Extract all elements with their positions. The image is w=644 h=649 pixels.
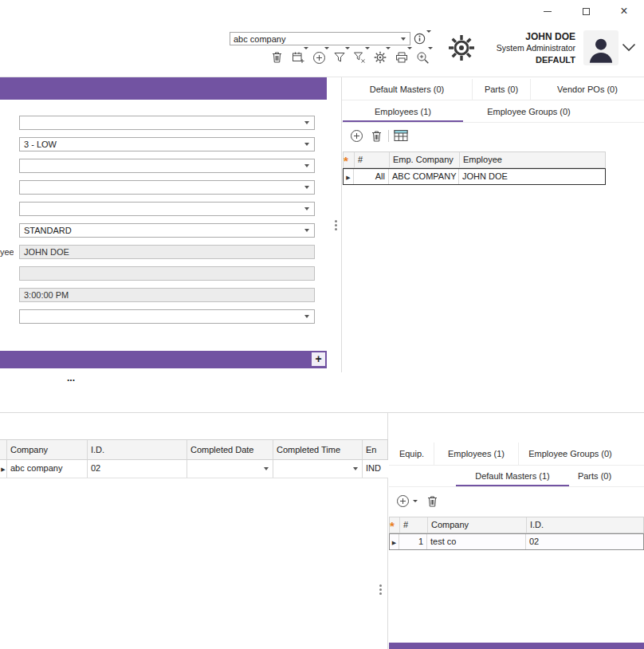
time-field-value: 3:00:00 PM	[24, 290, 69, 300]
info-icon[interactable]	[414, 33, 426, 45]
settings-small-icon[interactable]	[374, 51, 387, 64]
rt-trash-icon[interactable]	[371, 130, 383, 143]
dropdown-arrow-icon[interactable]	[304, 229, 309, 232]
rt-tabs2-divider	[342, 122, 644, 123]
rt-tab-parts[interactable]: Parts (0)	[472, 79, 530, 100]
cut-field-label: yee	[0, 247, 14, 257]
combo-field-4[interactable]	[19, 202, 315, 216]
br-tabs2-divider	[389, 486, 644, 487]
text-field-7	[19, 266, 315, 281]
maximize-button[interactable]	[567, 0, 604, 22]
row-selector-icon	[0, 460, 7, 478]
time-field[interactable]: 3:00:00 PM	[19, 288, 315, 302]
rt-cell-employee: JOHN DOE	[459, 169, 605, 184]
br-tab-parts[interactable]: Parts (0)	[571, 466, 618, 486]
rt-tabs1-divider	[342, 100, 644, 100]
type-combo[interactable]: STANDARD	[19, 223, 315, 238]
rt-tab-employee-groups[interactable]: Employee Groups (0)	[464, 101, 594, 122]
type-combo-value: STANDARD	[24, 226, 72, 235]
user-profile: DEFAULT	[480, 55, 575, 65]
bl-col-completed-date[interactable]: Completed Date	[187, 440, 273, 459]
minimize-button[interactable]	[529, 0, 566, 22]
priority-combo[interactable]: 3 - LOW	[19, 137, 315, 151]
settings-gear-icon[interactable]	[447, 33, 476, 62]
dropdown-arrow-icon[interactable]	[304, 315, 309, 318]
bl-col-completed-time[interactable]: Completed Time	[273, 440, 363, 459]
search-zoom-icon[interactable]	[416, 51, 430, 65]
rt-table-header: # Emp. Company Employee	[343, 151, 606, 168]
maximize-icon	[583, 8, 590, 15]
br-col-id[interactable]: I.D.	[527, 517, 643, 533]
splitter-handle-bottom[interactable]	[379, 583, 382, 596]
search-zoom-caret-icon	[428, 47, 433, 49]
person-icon	[585, 33, 617, 65]
combo-field-2[interactable]	[19, 159, 315, 173]
filter-clear-caret-icon	[365, 47, 370, 49]
br-tab-equip[interactable]: Equip.	[390, 442, 434, 465]
add-circle-icon[interactable]	[312, 51, 326, 65]
combo-field-9[interactable]	[19, 309, 315, 324]
dropdown-arrow-icon[interactable]	[304, 207, 309, 210]
rt-col-num[interactable]: #	[355, 152, 390, 167]
bl-cell-completed-time[interactable]	[273, 460, 363, 478]
combo-field-0[interactable]	[19, 116, 315, 130]
splitter-handle[interactable]	[335, 218, 337, 232]
br-table-row[interactable]: 1 test co 02	[389, 533, 644, 550]
printer-icon[interactable]	[395, 51, 408, 64]
dropdown-arrow-icon[interactable]	[353, 467, 358, 470]
dropdown-arrow-icon[interactable]	[304, 121, 309, 124]
rt-tab-employees[interactable]: Employees (1)	[342, 101, 464, 122]
br-add-caret-icon[interactable]	[413, 500, 418, 502]
bl-col-company[interactable]: Company	[7, 440, 88, 459]
chevron-down-icon[interactable]	[622, 43, 636, 52]
priority-combo-value: 3 - LOW	[24, 140, 57, 149]
br-add-circle-icon[interactable]	[396, 494, 410, 508]
user-avatar[interactable]	[583, 30, 618, 65]
rt-tab-vendor-pos[interactable]: Vendor POs (0)	[530, 79, 644, 100]
rt-table-row[interactable]: All ABC COMPANY JOHN DOE	[343, 168, 606, 185]
user-role: System Administrator	[480, 43, 575, 53]
calendar-add-icon[interactable]	[292, 51, 304, 64]
combo-field-3[interactable]	[19, 180, 315, 195]
br-tabs1-divider	[389, 465, 644, 466]
dropdown-arrow-icon[interactable]	[264, 467, 269, 470]
bl-cell-id: 02	[88, 460, 187, 478]
bl-col-id[interactable]: I.D.	[88, 440, 187, 459]
rt-col-employee[interactable]: Employee	[460, 152, 605, 167]
br-col-num[interactable]: #	[400, 517, 428, 533]
form-header-bar	[0, 77, 327, 100]
dropdown-arrow-icon[interactable]	[304, 186, 309, 189]
br-tab-default-masters[interactable]: Default Masters (1)	[454, 466, 571, 486]
br-trash-icon[interactable]	[426, 495, 438, 508]
search-input[interactable]	[230, 33, 396, 45]
br-cell-num: 1	[399, 534, 427, 549]
bl-cell-completed-date[interactable]	[187, 460, 273, 478]
employee-field: JOHN DOE	[19, 245, 315, 259]
br-col-company[interactable]: Company	[428, 517, 527, 533]
bl-col-selector	[0, 440, 7, 459]
search-dropdown-arrow-icon[interactable]	[401, 37, 406, 41]
app-window: { "accent_color": "#7253a2", "star_color…	[0, 0, 644, 649]
filter-icon[interactable]	[333, 51, 346, 64]
minimize-icon	[544, 11, 552, 12]
bl-table-row[interactable]: abc company 02 IND	[0, 460, 388, 478]
close-button[interactable]	[606, 0, 642, 22]
dropdown-arrow-icon[interactable]	[304, 143, 309, 146]
trash-icon[interactable]	[271, 51, 283, 64]
rt-grid-view-icon[interactable]	[394, 129, 408, 142]
rt-add-circle-icon[interactable]	[350, 129, 363, 143]
bottom-section-divider	[0, 412, 644, 413]
rt-col-emp-company[interactable]: Emp. Company	[390, 152, 460, 167]
ellipsis-text: ...	[67, 372, 75, 384]
rt-tab-default-masters[interactable]: Default Masters (0)	[342, 79, 472, 100]
rt-cell-num: All	[354, 169, 389, 184]
br-tab-employee-groups[interactable]: Employee Groups (0)	[518, 442, 622, 465]
filter-caret-icon	[345, 47, 350, 49]
search-combobox[interactable]	[230, 32, 410, 45]
br-tab-employees[interactable]: Employees (1)	[434, 442, 518, 465]
dropdown-arrow-icon[interactable]	[304, 164, 309, 167]
filter-clear-icon[interactable]	[353, 51, 366, 64]
active-row-star-icon	[390, 517, 400, 533]
section-add-button[interactable]: +	[312, 352, 325, 366]
bl-col-en[interactable]: En	[363, 440, 387, 459]
